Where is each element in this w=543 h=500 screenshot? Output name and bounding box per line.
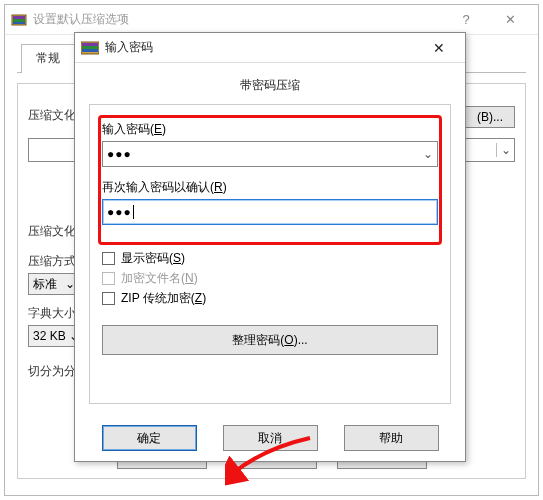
- password-value: ●●●: [107, 147, 132, 161]
- method-select[interactable]: 标准⌄: [28, 273, 80, 295]
- dialog-body: 带密码压缩 输入密码(E) ●●● ⌄ 再次输入密码以确认(R) ●●● 显示密…: [75, 63, 465, 461]
- parent-titlebar: 设置默认压缩选项 ? ✕: [5, 5, 538, 35]
- compress-file-label: 压缩文化: [28, 107, 76, 124]
- encrypt-names-label: 加密文件名(N): [121, 270, 198, 287]
- password-input[interactable]: ●●● ⌄: [102, 141, 438, 167]
- confirm-value: ●●●: [107, 205, 132, 219]
- password-field: 输入密码(E) ●●● ⌄: [102, 121, 438, 167]
- cancel-button[interactable]: 取消: [223, 425, 318, 451]
- svg-rect-3: [13, 22, 25, 24]
- split-label: 切分为分: [28, 363, 76, 380]
- svg-rect-6: [82, 46, 98, 49]
- tab-general[interactable]: 常规: [21, 44, 75, 73]
- close-icon[interactable]: ✕: [419, 40, 459, 56]
- dialog-titlebar: 输入密码 ✕: [75, 33, 465, 63]
- parent-title: 设置默认压缩选项: [33, 11, 444, 28]
- confirm-label: 再次输入密码以确认(R): [102, 179, 438, 196]
- format-label: 压缩文化: [28, 223, 76, 240]
- password-label: 输入密码(E): [102, 121, 438, 138]
- svg-rect-2: [13, 19, 25, 22]
- ok-button[interactable]: 确定: [102, 425, 197, 451]
- checkbox-icon: [102, 292, 115, 305]
- show-password-label: 显示密码(S): [121, 250, 185, 267]
- dict-value: 32 KB: [33, 329, 66, 343]
- password-dialog: 输入密码 ✕ 带密码压缩 输入密码(E) ●●● ⌄ 再次输入密码以确认(R) …: [74, 32, 466, 462]
- checkbox-icon: [102, 272, 115, 285]
- browse-button[interactable]: (B)...: [465, 106, 515, 128]
- section-title: 带密码压缩: [89, 69, 451, 104]
- dialog-button-row: 确定 取消 帮助: [75, 425, 465, 451]
- text-caret: [133, 205, 134, 219]
- zip-legacy-label: ZIP 传统加密(Z): [121, 290, 206, 307]
- chevron-down-icon: ⌄: [423, 147, 433, 161]
- zip-legacy-checkbox[interactable]: ZIP 传统加密(Z): [102, 290, 438, 307]
- app-icon: [11, 12, 27, 28]
- app-icon: [81, 41, 99, 55]
- organize-label: 整理密码(O)...: [232, 332, 307, 349]
- confirm-field: 再次输入密码以确认(R) ●●●: [102, 179, 438, 225]
- dialog-title: 输入密码: [105, 39, 419, 56]
- help-button[interactable]: ?: [444, 12, 488, 27]
- close-button[interactable]: ✕: [488, 12, 532, 27]
- password-group: 输入密码(E) ●●● ⌄ 再次输入密码以确认(R) ●●● 显示密码(S) 加: [89, 104, 451, 404]
- organize-passwords-button[interactable]: 整理密码(O)...: [102, 325, 438, 355]
- svg-rect-5: [82, 43, 98, 46]
- svg-rect-1: [13, 16, 25, 19]
- method-value: 标准: [33, 276, 57, 293]
- confirm-input[interactable]: ●●●: [102, 199, 438, 225]
- svg-rect-7: [82, 49, 98, 52]
- chevron-down-icon: ⌄: [496, 143, 514, 157]
- show-password-checkbox[interactable]: 显示密码(S): [102, 250, 438, 267]
- dict-label: 字典大小: [28, 305, 76, 322]
- help-button[interactable]: 帮助: [344, 425, 439, 451]
- encrypt-names-checkbox: 加密文件名(N): [102, 270, 438, 287]
- method-label: 压缩方式: [28, 253, 76, 270]
- checkbox-icon: [102, 252, 115, 265]
